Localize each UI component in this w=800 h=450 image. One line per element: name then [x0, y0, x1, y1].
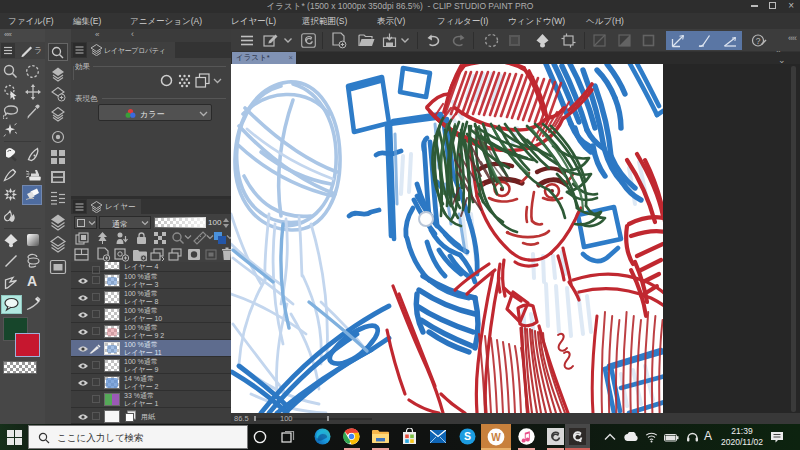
- svg-text:?: ?: [756, 36, 761, 46]
- svg-text:W: W: [491, 432, 501, 443]
- svg-text:S: S: [464, 430, 471, 442]
